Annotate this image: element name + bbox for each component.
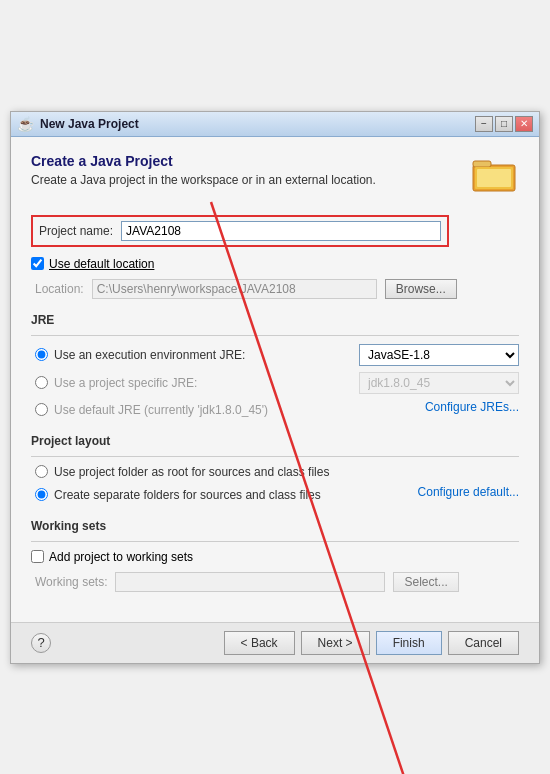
close-button[interactable]: ✕ xyxy=(515,116,533,132)
help-button[interactable]: ? xyxy=(31,633,51,653)
window-icon: ☕ xyxy=(17,116,34,132)
project-layout-section: Project layout Use project folder as roo… xyxy=(31,434,519,505)
jre-environment-select[interactable]: JavaSE-1.8 xyxy=(359,344,519,366)
working-sets-checkbox-row: Add project to working sets xyxy=(31,550,519,564)
project-layout-title: Project layout xyxy=(31,434,519,448)
working-sets-input[interactable] xyxy=(115,572,385,592)
jre-specific-select[interactable]: jdk1.8.0_45 xyxy=(359,372,519,394)
layout-option2-label[interactable]: Create separate folders for sources and … xyxy=(54,488,321,502)
jre-option2-radio[interactable] xyxy=(35,376,48,389)
svg-rect-1 xyxy=(473,161,491,167)
layout-option2-radio[interactable] xyxy=(35,488,48,501)
jre-option1-radio[interactable] xyxy=(35,348,48,361)
jre-option3-row: Use default JRE (currently 'jdk1.8.0_45'… xyxy=(31,400,519,420)
location-row: Location: Browse... xyxy=(31,279,519,299)
titlebar: ☕ New Java Project − □ ✕ xyxy=(11,112,539,137)
working-sets-input-row: Working sets: Select... xyxy=(31,572,519,592)
svg-rect-3 xyxy=(477,169,511,187)
location-label: Location: xyxy=(35,282,84,296)
layout-option2-row: Create separate folders for sources and … xyxy=(31,485,519,505)
working-sets-title: Working sets xyxy=(31,519,519,533)
project-name-label: Project name: xyxy=(39,224,113,238)
next-button[interactable]: Next > xyxy=(301,631,370,655)
layout-option1-radio[interactable] xyxy=(35,465,48,478)
project-name-row: Project name: xyxy=(31,215,449,247)
layout-option1-row: Use project folder as root for sources a… xyxy=(31,465,519,479)
browse-button[interactable]: Browse... xyxy=(385,279,457,299)
default-location-checkbox[interactable] xyxy=(31,257,44,270)
select-button[interactable]: Select... xyxy=(393,572,458,592)
working-sets-checkbox[interactable] xyxy=(31,550,44,563)
jre-option1-row: Use an execution environment JRE: JavaSE… xyxy=(31,344,519,366)
jre-section: JRE Use an execution environment JRE: Ja… xyxy=(31,313,519,420)
location-input[interactable] xyxy=(92,279,377,299)
working-sets-field-label: Working sets: xyxy=(35,575,107,589)
layout-option1-label[interactable]: Use project folder as root for sources a… xyxy=(54,465,329,479)
default-location-label[interactable]: Use default location xyxy=(49,257,154,271)
page-subtitle: Create a Java project in the workspace o… xyxy=(31,173,461,187)
back-button[interactable]: < Back xyxy=(224,631,295,655)
cancel-button[interactable]: Cancel xyxy=(448,631,519,655)
configure-default-link[interactable]: Configure default... xyxy=(418,485,519,499)
minimize-button[interactable]: − xyxy=(475,116,493,132)
working-sets-section: Working sets Add project to working sets… xyxy=(31,519,519,592)
footer: ? < Back Next > Finish Cancel xyxy=(11,622,539,663)
folder-icon xyxy=(471,153,519,193)
working-sets-label[interactable]: Add project to working sets xyxy=(49,550,193,564)
page-title: Create a Java Project xyxy=(31,153,461,169)
jre-option3-label[interactable]: Use default JRE (currently 'jdk1.8.0_45'… xyxy=(54,403,268,417)
configure-jres-link[interactable]: Configure JREs... xyxy=(425,400,519,414)
default-location-row: Use default location xyxy=(31,257,519,271)
window-title: New Java Project xyxy=(40,117,139,131)
jre-option2-row: Use a project specific JRE: jdk1.8.0_45 xyxy=(31,372,519,394)
jre-option2-label[interactable]: Use a project specific JRE: xyxy=(54,376,197,390)
jre-option3-radio[interactable] xyxy=(35,403,48,416)
finish-button[interactable]: Finish xyxy=(376,631,442,655)
maximize-button[interactable]: □ xyxy=(495,116,513,132)
jre-option1-label[interactable]: Use an execution environment JRE: xyxy=(54,348,245,362)
jre-section-title: JRE xyxy=(31,313,519,327)
project-name-input[interactable] xyxy=(121,221,441,241)
